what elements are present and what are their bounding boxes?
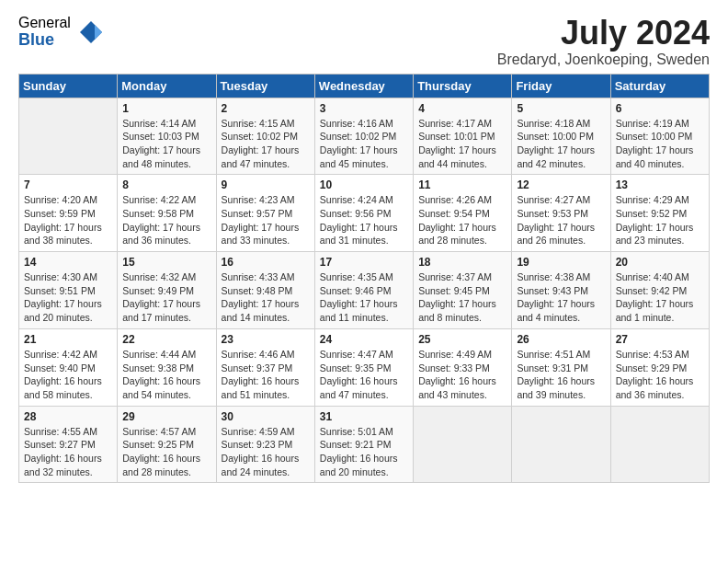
calendar-cell: 29Sunrise: 4:57 AMSunset: 9:25 PMDayligh… (118, 406, 216, 483)
calendar-header-row: Sunday Monday Tuesday Wednesday Thursday… (19, 74, 710, 98)
calendar-week-1: 1Sunrise: 4:14 AMSunset: 10:03 PMDayligh… (19, 98, 710, 175)
day-info: Sunrise: 4:26 AMSunset: 9:54 PMDaylight:… (418, 193, 506, 247)
day-info: Sunrise: 4:51 AMSunset: 9:31 PMDaylight:… (517, 348, 605, 402)
calendar-cell: 5Sunrise: 4:18 AMSunset: 10:00 PMDayligh… (512, 98, 610, 175)
calendar-cell: 21Sunrise: 4:42 AMSunset: 9:40 PMDayligh… (19, 328, 118, 406)
calendar-cell: 27Sunrise: 4:53 AMSunset: 9:29 PMDayligh… (610, 328, 709, 406)
calendar-cell (610, 406, 709, 483)
day-number: 6 (616, 102, 704, 115)
day-number: 20 (616, 256, 704, 269)
day-info: Sunrise: 4:59 AMSunset: 9:23 PMDaylight:… (222, 425, 310, 479)
calendar-cell: 18Sunrise: 4:37 AMSunset: 9:45 PMDayligh… (414, 252, 512, 329)
page: General Blue July 2024 Bredaryd, Joenkoe… (0, 0, 728, 498)
calendar-cell (19, 98, 118, 175)
day-info: Sunrise: 4:30 AMSunset: 9:51 PMDaylight:… (24, 270, 112, 325)
logo: General Blue (18, 15, 104, 49)
day-info: Sunrise: 4:37 AMSunset: 9:45 PMDaylight:… (418, 270, 506, 325)
day-info: Sunrise: 4:46 AMSunset: 9:37 PMDaylight:… (222, 348, 310, 402)
day-number: 17 (320, 256, 408, 269)
calendar-cell: 20Sunrise: 4:40 AMSunset: 9:42 PMDayligh… (610, 252, 709, 329)
col-saturday: Saturday (610, 74, 709, 98)
day-number: 7 (24, 178, 112, 191)
calendar-cell: 10Sunrise: 4:24 AMSunset: 9:56 PMDayligh… (314, 175, 413, 252)
calendar: Sunday Monday Tuesday Wednesday Thursday… (18, 74, 710, 484)
calendar-cell: 12Sunrise: 4:27 AMSunset: 9:53 PMDayligh… (512, 175, 610, 252)
day-number: 22 (122, 333, 210, 346)
location: Bredaryd, Joenkoeping, Sweden (497, 52, 710, 68)
calendar-cell: 25Sunrise: 4:49 AMSunset: 9:33 PMDayligh… (414, 328, 512, 406)
day-info: Sunrise: 4:20 AMSunset: 9:59 PMDaylight:… (24, 193, 112, 247)
day-info: Sunrise: 4:23 AMSunset: 9:57 PMDaylight:… (222, 193, 310, 247)
day-info: Sunrise: 4:49 AMSunset: 9:33 PMDaylight:… (418, 348, 506, 402)
day-number: 23 (222, 333, 310, 346)
calendar-cell (414, 406, 512, 483)
day-info: Sunrise: 4:22 AMSunset: 9:58 PMDaylight:… (122, 193, 210, 247)
logo-blue: Blue (18, 31, 71, 50)
day-number: 16 (222, 256, 310, 269)
calendar-cell: 17Sunrise: 4:35 AMSunset: 9:46 PMDayligh… (314, 252, 413, 329)
day-info: Sunrise: 4:33 AMSunset: 9:48 PMDaylight:… (222, 270, 310, 325)
calendar-cell: 28Sunrise: 4:55 AMSunset: 9:27 PMDayligh… (19, 406, 118, 483)
day-number: 26 (517, 333, 605, 346)
calendar-cell: 31Sunrise: 5:01 AMSunset: 9:21 PMDayligh… (314, 406, 413, 483)
day-number: 15 (122, 256, 210, 269)
day-info: Sunrise: 4:27 AMSunset: 9:53 PMDaylight:… (517, 193, 605, 247)
calendar-cell: 4Sunrise: 4:17 AMSunset: 10:01 PMDayligh… (414, 98, 512, 175)
calendar-week-4: 21Sunrise: 4:42 AMSunset: 9:40 PMDayligh… (19, 328, 710, 406)
logo-general: General (18, 15, 71, 31)
calendar-cell: 1Sunrise: 4:14 AMSunset: 10:03 PMDayligh… (118, 98, 216, 175)
calendar-cell: 16Sunrise: 4:33 AMSunset: 9:48 PMDayligh… (216, 252, 314, 329)
col-sunday: Sunday (19, 74, 118, 98)
calendar-cell: 8Sunrise: 4:22 AMSunset: 9:58 PMDaylight… (118, 175, 216, 252)
day-number: 2 (222, 102, 310, 115)
day-number: 19 (517, 256, 605, 269)
day-info: Sunrise: 4:53 AMSunset: 9:29 PMDaylight:… (616, 348, 704, 402)
logo-icon (78, 19, 104, 45)
col-friday: Friday (512, 74, 610, 98)
col-thursday: Thursday (414, 74, 512, 98)
day-info: Sunrise: 4:55 AMSunset: 9:27 PMDaylight:… (24, 425, 112, 479)
day-info: Sunrise: 5:01 AMSunset: 9:21 PMDaylight:… (320, 425, 408, 479)
day-info: Sunrise: 4:42 AMSunset: 9:40 PMDaylight:… (24, 348, 112, 402)
header: General Blue July 2024 Bredaryd, Joenkoe… (18, 15, 710, 68)
day-info: Sunrise: 4:29 AMSunset: 9:52 PMDaylight:… (616, 193, 704, 247)
day-info: Sunrise: 4:35 AMSunset: 9:46 PMDaylight:… (320, 270, 408, 325)
month-title: July 2024 (497, 15, 710, 52)
day-number: 11 (418, 178, 506, 191)
calendar-cell: 19Sunrise: 4:38 AMSunset: 9:43 PMDayligh… (512, 252, 610, 329)
day-info: Sunrise: 4:57 AMSunset: 9:25 PMDaylight:… (122, 425, 210, 479)
calendar-week-5: 28Sunrise: 4:55 AMSunset: 9:27 PMDayligh… (19, 406, 710, 483)
col-tuesday: Tuesday (216, 74, 314, 98)
day-info: Sunrise: 4:32 AMSunset: 9:49 PMDaylight:… (122, 270, 210, 325)
calendar-cell: 11Sunrise: 4:26 AMSunset: 9:54 PMDayligh… (414, 175, 512, 252)
calendar-cell (512, 406, 610, 483)
day-number: 31 (320, 410, 408, 423)
calendar-cell: 13Sunrise: 4:29 AMSunset: 9:52 PMDayligh… (610, 175, 709, 252)
calendar-week-2: 7Sunrise: 4:20 AMSunset: 9:59 PMDaylight… (19, 175, 710, 252)
calendar-cell: 3Sunrise: 4:16 AMSunset: 10:02 PMDayligh… (314, 98, 413, 175)
calendar-cell: 6Sunrise: 4:19 AMSunset: 10:00 PMDayligh… (610, 98, 709, 175)
col-wednesday: Wednesday (314, 74, 413, 98)
day-info: Sunrise: 4:18 AMSunset: 10:00 PMDaylight… (517, 117, 605, 171)
day-number: 1 (122, 102, 210, 115)
calendar-cell: 15Sunrise: 4:32 AMSunset: 9:49 PMDayligh… (118, 252, 216, 329)
day-number: 25 (418, 333, 506, 346)
day-number: 5 (517, 102, 605, 115)
calendar-cell: 23Sunrise: 4:46 AMSunset: 9:37 PMDayligh… (216, 328, 314, 406)
day-number: 29 (122, 410, 210, 423)
calendar-week-3: 14Sunrise: 4:30 AMSunset: 9:51 PMDayligh… (19, 252, 710, 329)
day-number: 27 (616, 333, 704, 346)
calendar-cell: 9Sunrise: 4:23 AMSunset: 9:57 PMDaylight… (216, 175, 314, 252)
day-info: Sunrise: 4:17 AMSunset: 10:01 PMDaylight… (418, 117, 506, 171)
day-number: 12 (517, 178, 605, 191)
col-monday: Monday (118, 74, 216, 98)
day-number: 13 (616, 178, 704, 191)
day-number: 8 (122, 178, 210, 191)
calendar-cell: 7Sunrise: 4:20 AMSunset: 9:59 PMDaylight… (19, 175, 118, 252)
calendar-cell: 2Sunrise: 4:15 AMSunset: 10:02 PMDayligh… (216, 98, 314, 175)
logo-text: General Blue (18, 15, 71, 49)
day-info: Sunrise: 4:47 AMSunset: 9:35 PMDaylight:… (320, 348, 408, 402)
day-info: Sunrise: 4:24 AMSunset: 9:56 PMDaylight:… (320, 193, 408, 247)
day-info: Sunrise: 4:40 AMSunset: 9:42 PMDaylight:… (616, 270, 704, 325)
svg-marker-1 (95, 25, 102, 40)
